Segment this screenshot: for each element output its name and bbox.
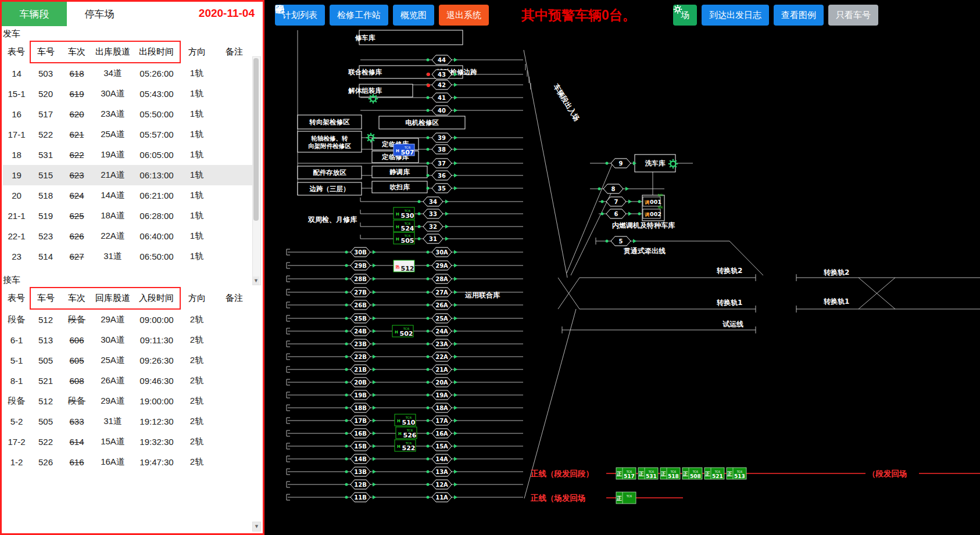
direction-arrow-icon xyxy=(373,264,376,268)
train-badge[interactable]: 热512 xyxy=(394,260,414,272)
table-row[interactable]: 段备512段备29A道19:00:002轨 xyxy=(3,391,255,411)
direction-arrow-icon xyxy=(373,303,376,307)
direction-arrow-icon xyxy=(445,212,449,216)
svg-text:H: H xyxy=(396,149,399,153)
svg-text:热: 热 xyxy=(395,265,400,270)
train-badge[interactable]: HTC6530 xyxy=(394,207,414,220)
column-header: 车号 xyxy=(30,288,61,309)
table-cell: 512 xyxy=(30,309,61,330)
track-label: 转换轨2 xyxy=(823,268,849,277)
train-badge[interactable]: HTC6522 xyxy=(395,440,416,452)
table-cell: 段备 xyxy=(61,391,92,411)
table-row[interactable]: 5-150560525A道09:26:302轨 xyxy=(3,350,255,371)
train-badge[interactable]: HTC6510 xyxy=(395,414,416,426)
table-cell xyxy=(213,206,255,226)
departure-scrollbar[interactable]: ▼ xyxy=(252,56,261,285)
mainline-label: 正线（段发回段） xyxy=(530,469,593,478)
track-label: 转换轨1 xyxy=(716,299,742,307)
signal-dot-icon xyxy=(345,356,348,358)
signal-dot-icon xyxy=(601,200,604,203)
view-legend-button[interactable]: 查看图例 xyxy=(774,5,824,26)
train-badge[interactable]: HTC6507 xyxy=(394,144,414,156)
svg-text:H: H xyxy=(396,225,399,229)
svg-text:30A: 30A xyxy=(435,249,448,256)
svg-text:正: 正 xyxy=(660,471,666,477)
direction-arrow-icon xyxy=(454,342,457,346)
signal-dot-icon xyxy=(418,238,421,240)
table-row[interactable]: 1651762023A道05:50:001轨 xyxy=(3,104,255,124)
table-cell: 503 xyxy=(30,63,61,84)
signal-dot-icon xyxy=(427,432,430,435)
table-row[interactable]: 1853162219A道06:05:001轨 xyxy=(3,145,255,165)
direction-arrow-icon xyxy=(454,380,457,385)
table-row[interactable]: 1-252661616A道19:47:302轨 xyxy=(3,452,255,472)
table-cell xyxy=(213,63,255,84)
exit-system-button[interactable]: 退出系统 xyxy=(439,5,489,26)
arrival-departure-log-button[interactable]: 到达出发日志 xyxy=(702,5,769,26)
train-badge[interactable]: HTC6524 xyxy=(394,220,414,232)
scroll-down-icon[interactable]: ▼ xyxy=(253,277,259,285)
table-cell: 1轨 xyxy=(180,246,213,267)
signal-dot-icon xyxy=(427,471,430,473)
button-label: 查看图例 xyxy=(781,10,816,21)
signal-dot-icon xyxy=(427,278,430,281)
svg-text:36: 36 xyxy=(438,173,446,179)
mainline-train-badge[interactable]: 正TC6 xyxy=(616,492,636,504)
table-cell: 1轨 xyxy=(180,84,213,104)
train-badge[interactable]: HTC6526 xyxy=(396,427,417,439)
column-header: 表号 xyxy=(3,288,30,309)
table-row[interactable]: 段备512段备29A道09:00:002轨 xyxy=(3,309,255,330)
table-row[interactable]: 1450361834道05:26:001轨 xyxy=(3,63,255,84)
table-row[interactable]: 6-151360630A道09:11:302轨 xyxy=(3,330,255,350)
svg-text:NR: NR xyxy=(658,193,663,197)
signal-dot-icon xyxy=(427,109,430,112)
scrollbar-thumb[interactable] xyxy=(253,58,259,221)
maintenance-workstation-button[interactable]: 检修工作站 xyxy=(330,5,388,26)
mainline-train-badge[interactable]: 正TC6521 xyxy=(704,468,724,479)
table-row[interactable]: 2351462731道06:50:001轨 xyxy=(3,246,255,267)
overview-button[interactable]: 概览图 xyxy=(393,5,434,26)
tab-停车场[interactable]: 停车场 xyxy=(67,2,132,26)
table-row[interactable]: 22-152362622A道06:40:001轨 xyxy=(3,226,255,246)
mainline-train-badge[interactable]: 正TC6508 xyxy=(682,468,702,479)
table-cell: 512 xyxy=(30,391,61,411)
table-row[interactable]: 17-252261415A道19:32:302轨 xyxy=(3,432,255,452)
svg-text:29A: 29A xyxy=(435,263,448,269)
train-badge[interactable]: HTC6505 xyxy=(394,232,414,245)
tab-车辆段[interactable]: 车辆段 xyxy=(2,2,67,26)
svg-text:531: 531 xyxy=(646,473,657,479)
table-row[interactable]: 21-151962518A道06:28:001轨 xyxy=(3,206,255,226)
locomotive-badge[interactable]: 调001NR xyxy=(638,193,663,206)
direction-arrow-icon xyxy=(373,368,376,372)
table-row[interactable]: 15-152061930A道05:43:001轨 xyxy=(3,84,255,104)
table-cell: 09:00:00 xyxy=(133,309,180,330)
table-cell: 614 xyxy=(61,432,92,452)
mainline-train-badge[interactable]: 正TC6517 xyxy=(616,468,636,479)
mainline-train-badge[interactable]: 正TC6513 xyxy=(727,468,746,479)
table-row[interactable]: 8-152160826A道09:46:302轨 xyxy=(3,371,255,391)
svg-text:28B: 28B xyxy=(354,276,367,282)
table-cell: 513 xyxy=(30,330,61,350)
only-train-number-button[interactable]: 只看车号 xyxy=(828,5,878,26)
table-cell: 31道 xyxy=(92,246,133,267)
table-cell: 段备 xyxy=(61,309,92,330)
panel-scroll-down-icon[interactable]: ▼ xyxy=(252,522,261,532)
column-header: 入段时间 xyxy=(133,288,180,309)
direction-arrow-icon xyxy=(373,457,376,461)
signal-dot-icon xyxy=(427,96,430,99)
table-row[interactable]: 2051862414A道06:21:001轨 xyxy=(3,185,255,206)
table-row[interactable]: 17-152262125A道05:57:001轨 xyxy=(3,124,255,145)
mainline-train-badge[interactable]: 正TC6531 xyxy=(638,468,658,479)
direction-arrow-icon xyxy=(373,290,376,295)
signal-dot-icon xyxy=(427,394,430,397)
train-badge[interactable]: HTC6502 xyxy=(392,325,413,337)
mainline-train-badge[interactable]: 正TC6518 xyxy=(660,468,680,479)
table-row[interactable]: 5-250563331道19:12:302轨 xyxy=(3,411,255,432)
signal-dot-icon xyxy=(418,200,421,203)
svg-text:21A: 21A xyxy=(435,367,448,373)
table-cell: 17-2 xyxy=(3,432,30,452)
button-label: 概览图 xyxy=(400,10,427,21)
table-cell: 30A道 xyxy=(92,330,133,350)
table-row[interactable]: 1951562321A道06:13:001轨 xyxy=(3,165,255,185)
direction-arrow-icon xyxy=(454,264,457,268)
